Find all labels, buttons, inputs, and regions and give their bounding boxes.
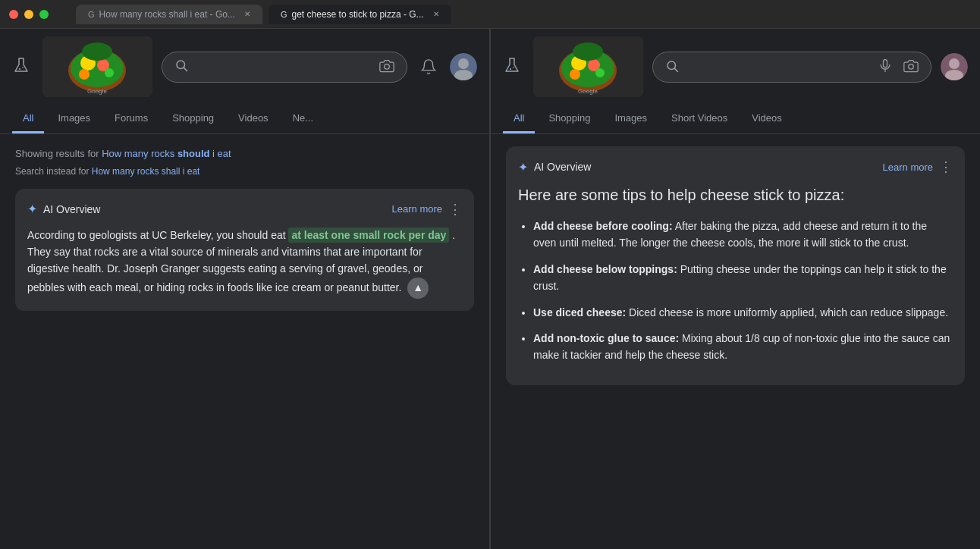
- tab-short-videos-right[interactable]: Short Videos: [661, 105, 738, 133]
- svg-point-34: [949, 58, 960, 69]
- tab-shopping-right[interactable]: Shopping: [538, 105, 601, 133]
- flask-icon-right: [503, 56, 524, 77]
- tip-item-3: Use diced cheese: Diced cheese is more u…: [533, 304, 953, 321]
- tips-list: Add cheese before cooling: After baking …: [518, 218, 953, 364]
- more-options-icon-right[interactable]: ⋮: [939, 158, 953, 175]
- browser-tab[interactable]: G How many rocks shall i eat - Go... ✕: [76, 5, 262, 24]
- showing-query-should: should: [177, 148, 210, 159]
- ai-overview-label-left: AI Overview: [43, 203, 100, 215]
- svg-text:Google: Google: [578, 88, 598, 95]
- svg-rect-30: [884, 59, 887, 67]
- tab-favicon: G: [88, 10, 95, 19]
- svg-point-32: [909, 64, 914, 69]
- svg-point-17: [510, 68, 511, 70]
- search-icon-left: [174, 58, 188, 75]
- learn-more-btn-right[interactable]: Learn more: [883, 162, 933, 173]
- food-thumbnail-left: Google: [42, 36, 152, 97]
- svg-point-8: [105, 68, 114, 77]
- svg-point-1: [22, 67, 24, 68]
- tab-all-right[interactable]: All: [503, 105, 535, 133]
- ai-overview-title-left: ✦ AI Overview: [27, 202, 100, 216]
- ai-overview-label-right: AI Overview: [534, 161, 591, 173]
- tab-more-left[interactable]: Ne...: [282, 105, 324, 133]
- minimize-dot[interactable]: [24, 10, 33, 19]
- right-panel-header: Google get cheese to stick to pizza: [491, 29, 980, 105]
- chrome-top-bar: G How many rocks shall i eat - Go... ✕ G…: [0, 0, 980, 29]
- avatar-right[interactable]: [941, 53, 968, 80]
- camera-icon-right[interactable]: [903, 58, 919, 76]
- maximize-dot[interactable]: [39, 10, 49, 19]
- svg-point-0: [19, 68, 20, 70]
- showing-query-how: How many rocks: [102, 148, 177, 159]
- right-search-bar[interactable]: get cheese to stick to pizza: [652, 52, 931, 83]
- tip-title-1: Add cheese before cooling:: [533, 220, 673, 232]
- left-panel: Google How many rocks shall i eat: [0, 29, 490, 549]
- search-instead: Search instead for How many rocks shall …: [15, 166, 474, 177]
- food-thumbnail-right: Google: [533, 36, 643, 97]
- sparkle-icon-left: ✦: [27, 202, 37, 216]
- left-search-input[interactable]: How many rocks shall i eat: [196, 60, 372, 74]
- ai-overview-actions-left: Learn more ⋮: [392, 201, 462, 218]
- ai-text-prefix: According to geologists at UC Berkeley, …: [27, 229, 286, 241]
- tab-title: How many rocks shall i eat - Go...: [99, 9, 235, 20]
- close-dot[interactable]: [9, 10, 18, 19]
- tip-text-3-content: Diced cheese is more uniformly applied, …: [629, 306, 948, 318]
- showing-results: Showing results for How many rocks shoul…: [15, 146, 474, 162]
- left-search-bar[interactable]: How many rocks shall i eat: [162, 52, 407, 83]
- tab-videos-left[interactable]: Videos: [228, 105, 279, 133]
- ai-overview-title-right: ✦ AI Overview: [518, 160, 591, 174]
- right-content: ✦ AI Overview Learn more ⋮ Here are some…: [491, 134, 980, 549]
- svg-point-13: [385, 64, 390, 69]
- tab-videos-right[interactable]: Videos: [741, 105, 793, 133]
- tip-title-2: Add cheese below toppings:: [533, 263, 677, 275]
- tab-favicon-active: G: [281, 10, 287, 19]
- learn-more-btn-left[interactable]: Learn more: [392, 203, 442, 215]
- tips-intro: Here are some tips to help cheese stick …: [518, 184, 953, 205]
- right-panel: Google get cheese to stick to pizza: [491, 29, 980, 549]
- svg-point-15: [458, 58, 469, 69]
- ai-content-left: According to geologists at UC Berkeley, …: [27, 227, 462, 299]
- ai-overview-header-left: ✦ AI Overview Learn more ⋮: [27, 201, 462, 218]
- left-tabs-row: All Images Forums Shopping Videos Ne...: [0, 105, 489, 134]
- browser-tab-active[interactable]: G get cheese to stick to pizza - G... ✕: [269, 5, 451, 24]
- svg-point-26: [573, 42, 603, 61]
- camera-icon-left[interactable]: [379, 58, 394, 76]
- more-options-icon-left[interactable]: ⋮: [448, 201, 462, 218]
- svg-text:Google: Google: [87, 88, 107, 95]
- tab-close-active[interactable]: ✕: [433, 10, 439, 18]
- left-panel-header: Google How many rocks shall i eat: [0, 29, 489, 105]
- tab-images-left[interactable]: Images: [47, 105, 101, 133]
- bell-icon-left[interactable]: [416, 55, 441, 79]
- showing-query-link[interactable]: How many rocks should i eat: [102, 148, 231, 159]
- showing-prefix: Showing results for: [15, 148, 102, 159]
- tab-close[interactable]: ✕: [244, 10, 250, 18]
- tab-shopping-left[interactable]: Shopping: [162, 105, 225, 133]
- right-tabs-row: All Shopping Images Short Videos Videos: [491, 105, 980, 134]
- tab-images-right[interactable]: Images: [604, 105, 658, 133]
- svg-point-7: [79, 69, 90, 80]
- right-search-input[interactable]: get cheese to stick to pizza: [686, 60, 870, 74]
- search-icon-right: [665, 59, 679, 75]
- mic-icon-right[interactable]: [878, 58, 893, 76]
- collapse-button[interactable]: ▲: [407, 278, 429, 299]
- sparkle-icon-right: ✦: [518, 160, 528, 174]
- tip-title-3: Use diced cheese:: [533, 306, 626, 318]
- svg-point-18: [513, 67, 514, 68]
- search-instead-link[interactable]: How many rocks shall i eat: [92, 166, 200, 177]
- tip-title-4: Add non-toxic glue to sauce:: [533, 332, 679, 344]
- ai-highlight-rocks: at least one small rock per day: [288, 227, 449, 243]
- svg-line-29: [674, 68, 677, 71]
- svg-point-9: [82, 42, 112, 61]
- avatar-left[interactable]: [450, 53, 477, 80]
- tab-all-left[interactable]: All: [12, 105, 44, 133]
- ai-overview-header-right: ✦ AI Overview Learn more ⋮: [518, 158, 953, 175]
- tip-item-2: Add cheese below toppings: Putting chees…: [533, 261, 953, 295]
- ai-overview-actions-right: Learn more ⋮: [883, 158, 953, 175]
- svg-point-24: [570, 69, 580, 80]
- tip-item-4: Add non-toxic glue to sauce: Mixing abou…: [533, 330, 953, 364]
- svg-point-25: [595, 68, 605, 77]
- flask-icon-left: [12, 56, 33, 77]
- ai-overview-card-right: ✦ AI Overview Learn more ⋮ Here are some…: [506, 146, 965, 385]
- showing-query-rest: i eat: [209, 148, 231, 159]
- tab-forums-left[interactable]: Forums: [104, 105, 159, 133]
